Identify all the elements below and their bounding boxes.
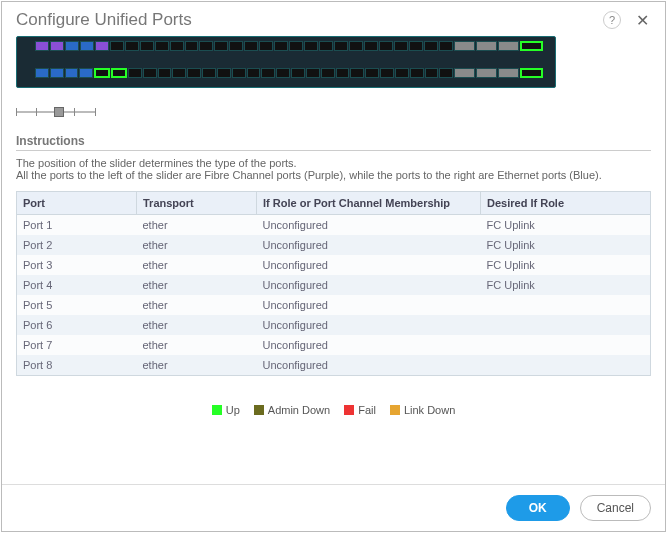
cell-desired: FC Uplink — [481, 235, 651, 255]
close-button[interactable]: ✕ — [633, 11, 651, 29]
table-header-row: Port Transport If Role or Port Channel M… — [17, 192, 651, 215]
table-row[interactable]: Port 3etherUnconfiguredFC Uplink — [17, 255, 651, 275]
cell-port: Port 3 — [17, 255, 137, 275]
cell-transport: ether — [137, 355, 257, 376]
dialog-title: Configure Unified Ports — [16, 10, 603, 30]
col-desired[interactable]: Desired If Role — [481, 192, 651, 215]
instructions-text: The position of the slider determines th… — [16, 151, 651, 191]
cell-transport: ether — [137, 335, 257, 355]
cancel-button[interactable]: Cancel — [580, 495, 651, 521]
cell-port: Port 8 — [17, 355, 137, 376]
table-row[interactable]: Port 6etherUnconfigured — [17, 315, 651, 335]
col-port[interactable]: Port — [17, 192, 137, 215]
cell-port: Port 7 — [17, 335, 137, 355]
configure-unified-ports-dialog: Configure Unified Ports ? ✕ — [1, 1, 666, 532]
cell-role: Unconfigured — [257, 315, 481, 335]
cell-role: Unconfigured — [257, 295, 481, 315]
instructions-line2: All the ports to the left of the slider … — [16, 169, 651, 181]
link-down-icon — [390, 405, 400, 415]
cell-transport: ether — [137, 235, 257, 255]
cell-role: Unconfigured — [257, 355, 481, 376]
cell-role: Unconfigured — [257, 235, 481, 255]
cell-transport: ether — [137, 275, 257, 295]
table-row[interactable]: Port 7etherUnconfigured — [17, 335, 651, 355]
port-type-slider[interactable] — [16, 106, 96, 118]
help-icon: ? — [609, 14, 615, 26]
cell-desired — [481, 355, 651, 376]
cell-transport: ether — [137, 255, 257, 275]
ports-table: Port Transport If Role or Port Channel M… — [16, 191, 651, 376]
switch-ports-row-top — [35, 41, 543, 51]
cell-desired: FC Uplink — [481, 255, 651, 275]
col-transport[interactable]: Transport — [137, 192, 257, 215]
table-row[interactable]: Port 8etherUnconfigured — [17, 355, 651, 376]
dialog-header: Configure Unified Ports ? ✕ — [2, 2, 665, 36]
cell-transport: ether — [137, 295, 257, 315]
switch-graphic — [16, 36, 556, 88]
ok-button[interactable]: OK — [506, 495, 570, 521]
col-role[interactable]: If Role or Port Channel Membership — [257, 192, 481, 215]
cell-desired: FC Uplink — [481, 215, 651, 236]
help-button[interactable]: ? — [603, 11, 621, 29]
fail-icon — [344, 405, 354, 415]
cell-desired — [481, 295, 651, 315]
instructions-line1: The position of the slider determines th… — [16, 157, 651, 169]
switch-ports-row-bottom — [35, 68, 543, 78]
legend-up: Up — [212, 404, 240, 416]
dialog-content: Instructions The position of the slider … — [2, 36, 665, 484]
admin-down-icon — [254, 405, 264, 415]
dialog-footer: OK Cancel — [2, 484, 665, 531]
cell-port: Port 2 — [17, 235, 137, 255]
cell-port: Port 5 — [17, 295, 137, 315]
cell-role: Unconfigured — [257, 275, 481, 295]
cell-desired — [481, 335, 651, 355]
table-row[interactable]: Port 1etherUnconfiguredFC Uplink — [17, 215, 651, 236]
cell-transport: ether — [137, 315, 257, 335]
legend-link-down: Link Down — [390, 404, 455, 416]
status-legend: Up Admin Down Fail Link Down — [16, 404, 651, 416]
table-row[interactable]: Port 2etherUnconfiguredFC Uplink — [17, 235, 651, 255]
cell-role: Unconfigured — [257, 335, 481, 355]
cell-role: Unconfigured — [257, 215, 481, 236]
close-icon: ✕ — [636, 11, 649, 30]
cell-port: Port 4 — [17, 275, 137, 295]
cell-port: Port 1 — [17, 215, 137, 236]
legend-fail: Fail — [344, 404, 376, 416]
cell-desired — [481, 315, 651, 335]
cell-transport: ether — [137, 215, 257, 236]
table-row[interactable]: Port 5etherUnconfigured — [17, 295, 651, 315]
up-icon — [212, 405, 222, 415]
legend-admin-down: Admin Down — [254, 404, 330, 416]
cell-desired: FC Uplink — [481, 275, 651, 295]
slider-thumb[interactable] — [54, 107, 64, 117]
cell-role: Unconfigured — [257, 255, 481, 275]
instructions-heading: Instructions — [16, 130, 651, 151]
table-row[interactable]: Port 4etherUnconfiguredFC Uplink — [17, 275, 651, 295]
cell-port: Port 6 — [17, 315, 137, 335]
